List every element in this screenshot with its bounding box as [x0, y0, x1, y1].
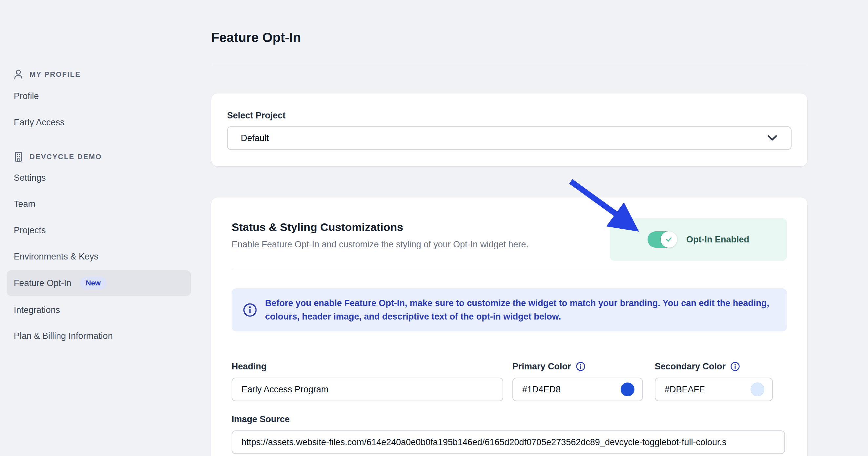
- page-title: Feature Opt-In: [211, 30, 301, 45]
- title-divider: [211, 64, 807, 64]
- sidebar-item-integrations[interactable]: Integrations: [6, 303, 191, 317]
- info-icon: [243, 303, 257, 317]
- opt-in-toggle-label: Opt-In Enabled: [686, 235, 749, 245]
- image-source-field: Image Source: [231, 414, 787, 454]
- heading-field: Heading: [231, 361, 503, 401]
- image-source-input[interactable]: [242, 437, 776, 448]
- sidebar-item-label: Early Access: [14, 117, 65, 128]
- sidebar-item-label: Environments & Keys: [14, 252, 98, 262]
- heading-label: Heading: [231, 361, 267, 372]
- sidebar-item-projects[interactable]: Projects: [6, 223, 191, 238]
- chevron-down-icon: [767, 135, 778, 142]
- project-select[interactable]: Default: [227, 126, 792, 150]
- image-source-label: Image Source: [231, 414, 290, 425]
- sidebar-item-label: Feature Opt-In: [14, 278, 71, 288]
- opt-in-toggle[interactable]: [648, 231, 676, 248]
- sidebar-item-plan-billing[interactable]: Plan & Billing Information: [6, 329, 191, 343]
- section-divider: [231, 270, 787, 270]
- sidebar-item-profile[interactable]: Profile: [6, 89, 191, 103]
- sidebar-item-team[interactable]: Team: [6, 197, 191, 211]
- sidebar-item-early-access[interactable]: Early Access: [6, 115, 191, 129]
- select-project-label: Select Project: [227, 110, 792, 121]
- section-title: Status & Styling Customizations: [231, 220, 528, 234]
- sidebar-item-label: Team: [14, 199, 35, 209]
- secondary-color-input[interactable]: [664, 385, 745, 395]
- person-icon: [14, 69, 23, 80]
- sidebar-item-environments-keys[interactable]: Environments & Keys: [6, 249, 191, 264]
- toggle-knob: [661, 231, 677, 248]
- sidebar-item-feature-opt-in[interactable]: Feature Opt-In New: [6, 270, 191, 296]
- check-icon: [665, 236, 673, 243]
- sidebar-section-my-profile: MY PROFILE: [6, 67, 191, 82]
- info-icon[interactable]: [576, 362, 586, 371]
- opt-in-toggle-box: Opt-In Enabled: [610, 218, 787, 261]
- heading-input[interactable]: [242, 385, 495, 395]
- new-badge: New: [80, 277, 106, 290]
- sidebar-item-label: Settings: [14, 173, 46, 183]
- info-banner: Before you enable Feature Opt-In, make s…: [231, 288, 787, 331]
- info-banner-text: Before you enable Feature Opt-In, make s…: [265, 297, 774, 324]
- section-subtitle: Enable Feature Opt-In and customize the …: [231, 239, 528, 250]
- secondary-color-label: Secondary Color: [655, 361, 725, 372]
- sidebar: MY PROFILE Profile Early Access DEVCYCLE…: [6, 67, 191, 343]
- sidebar-item-label: Projects: [14, 225, 46, 236]
- sidebar-section-label: DEVCYCLE DEMO: [30, 153, 102, 161]
- sidebar-item-settings[interactable]: Settings: [6, 171, 191, 185]
- project-select-value: Default: [241, 133, 269, 143]
- building-icon: [14, 152, 23, 162]
- status-styling-card: Status & Styling Customizations Enable F…: [211, 197, 807, 456]
- primary-color-field: Primary Color: [513, 361, 643, 401]
- primary-color-input[interactable]: [522, 385, 615, 395]
- sidebar-section-devcycle-demo: DEVCYCLE DEMO: [6, 150, 191, 164]
- secondary-color-swatch[interactable]: [750, 383, 764, 396]
- sidebar-section-label: MY PROFILE: [30, 70, 81, 79]
- sidebar-item-label: Plan & Billing Information: [14, 331, 113, 341]
- info-icon[interactable]: [730, 362, 740, 371]
- secondary-color-field: Secondary Color: [655, 361, 773, 401]
- primary-color-label: Primary Color: [513, 361, 571, 372]
- sidebar-item-label: Profile: [14, 91, 39, 101]
- primary-color-swatch[interactable]: [621, 383, 634, 396]
- sidebar-item-label: Integrations: [14, 305, 60, 315]
- select-project-card: Select Project Default: [211, 93, 807, 166]
